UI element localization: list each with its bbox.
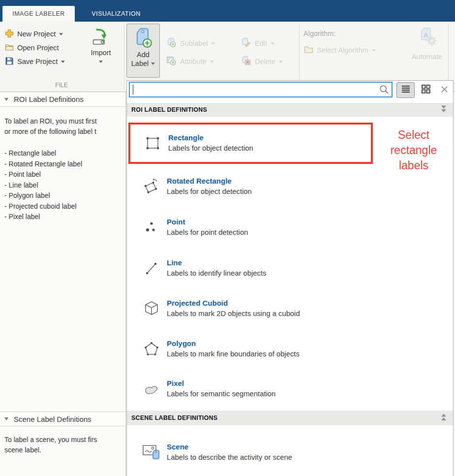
grid-view-button[interactable] <box>418 82 434 98</box>
edit-label: Edit <box>255 39 267 47</box>
gallery-item-line[interactable]: Line Labels to identify linear objects <box>127 248 373 288</box>
roi-type-list: - Rectangle label - Rotated Rectangle la… <box>4 148 125 222</box>
roi-intro-line1: To label an ROI, you must first <box>4 116 125 127</box>
gallery-item-projected-cuboid[interactable]: Projected Cuboid Labels to mark 2D objec… <box>127 288 373 329</box>
delete-label: Delete <box>255 58 275 65</box>
add-label-gallery: ROI LABEL DEFINITIONS Rectangle Labels f… <box>126 80 454 476</box>
gallery-item-rectangle[interactable]: Rectangle Labels for object detection <box>130 125 371 162</box>
roi-intro-text: To label an ROI, you must first or more … <box>4 116 125 137</box>
scene-section-header: SCENE LABEL DEFINITIONS <box>127 411 453 425</box>
gallery-item-title: Rotated Rectangle <box>167 176 252 186</box>
search-icon <box>379 85 389 96</box>
import-icon <box>91 28 110 48</box>
gallery-item-scene[interactable]: Scene Labels to describe the activity or… <box>127 432 373 473</box>
double-chevron-up-icon[interactable] <box>440 413 447 423</box>
import-button[interactable]: Import <box>83 27 119 82</box>
sublabel-tag-icon <box>166 37 177 49</box>
chevron-down-icon <box>99 61 103 63</box>
gallery-item-rotated-rectangle[interactable]: Rotated Rectangle Labels for object dete… <box>127 166 373 207</box>
add-label-label-line2: Label <box>131 60 149 67</box>
gallery-item-title: Pixel <box>167 379 275 388</box>
automate-icon: A <box>416 27 438 48</box>
edit-pencil-icon <box>241 37 251 49</box>
chevron-down-icon <box>59 33 63 35</box>
open-project-label: Open Project <box>17 44 59 52</box>
gallery-item-point[interactable]: Point Labels for point detection <box>127 207 373 248</box>
tab-image-labeler[interactable]: IMAGE LABELER <box>2 6 75 22</box>
chevron-down-icon <box>279 61 283 63</box>
text-caret <box>133 85 133 95</box>
new-project-button[interactable]: New Project <box>3 28 65 40</box>
add-label-label-line1: Add <box>137 50 150 60</box>
pixel-icon <box>139 381 164 396</box>
list-item: - Pixel label <box>4 212 125 222</box>
plus-icon <box>5 29 14 39</box>
annotation-text: Select rectangle labels <box>374 127 454 173</box>
scene-icon <box>139 444 164 461</box>
search-input[interactable] <box>129 82 393 97</box>
gallery-item-title: Point <box>167 217 248 227</box>
roi-section-title: ROI LABEL DEFINITIONS <box>131 106 207 113</box>
select-algorithm-button: Select Algorithm <box>302 44 378 56</box>
double-chevron-down-icon[interactable] <box>440 105 447 115</box>
chevron-down-icon <box>151 63 155 65</box>
left-panel: ROI Label Definitions To label an ROI, y… <box>0 92 126 476</box>
save-project-button[interactable]: Save Project <box>3 56 67 67</box>
list-item: - Rectangle label <box>4 148 125 159</box>
scene-definitions-header[interactable]: Scene Label Definitions <box>0 412 125 426</box>
add-label-button[interactable]: Add Label <box>126 24 160 78</box>
gallery-item-desc: Labels to describe the activity or scene <box>167 452 292 463</box>
save-project-label: Save Project <box>17 58 58 65</box>
delete-button: Delete <box>239 56 285 67</box>
gallery-item-desc: Labels to identify linear objects <box>167 268 266 279</box>
line-icon <box>139 260 164 276</box>
sublabel-label: Sublabel <box>180 39 208 47</box>
algorithm-caption: Algorithm: <box>303 30 335 37</box>
sublabel-button: Sublabel <box>164 37 217 49</box>
scene-intro-line1: To label a scene, you must firs <box>4 435 125 445</box>
roi-definitions-title: ROI Label Definitions <box>14 95 84 103</box>
collapse-triangle-icon <box>4 98 8 101</box>
scene-section-title: SCENE LABEL DEFINITIONS <box>131 414 217 421</box>
gallery-item-polygon[interactable]: Polygon Labels to mark fine boundaries o… <box>127 329 373 369</box>
automate-label: Automate <box>412 52 442 62</box>
edit-button: Edit <box>239 37 276 49</box>
gallery-item-title: Line <box>167 258 266 268</box>
highlight-box: Rectangle Labels for object detection <box>128 123 373 164</box>
scene-intro-text: To label a scene, you must firs scene la… <box>4 435 125 455</box>
attribute-label: Attribute <box>180 58 207 65</box>
import-label: Import <box>91 48 111 58</box>
open-project-button[interactable]: Open Project <box>3 42 61 54</box>
annotation-line1: Select rectangle <box>374 127 454 158</box>
automate-button: A <box>404 25 450 79</box>
roi-intro-line2: or more of the following label t <box>4 127 125 137</box>
list-item: - Projected cuboid label <box>4 201 125 212</box>
gallery-item-desc: Labels for object detection <box>167 186 252 197</box>
close-gallery-button[interactable] <box>438 84 451 96</box>
roi-definitions-header[interactable]: ROI Label Definitions <box>0 92 125 107</box>
gallery-item-desc: Labels to mark fine boundaries of object… <box>167 349 300 359</box>
list-item: - Rotated Rectangle label <box>4 159 125 170</box>
chevron-down-icon <box>61 61 65 63</box>
gallery-item-title: Rectangle <box>168 133 253 143</box>
chevron-down-icon <box>210 61 214 63</box>
search-field-wrap <box>129 82 393 97</box>
gallery-item-pixel[interactable]: Pixel Labels for semantic segmentation <box>127 369 373 409</box>
save-icon <box>5 57 14 67</box>
list-view-button[interactable] <box>396 82 415 98</box>
tab-visualization[interactable]: VISUALIZATION <box>75 6 157 22</box>
chevron-down-icon <box>271 42 274 45</box>
rectangle-icon <box>140 135 166 151</box>
attribute-table-icon <box>166 56 177 67</box>
folder-icon <box>5 43 14 53</box>
gallery-item-desc: Labels to mark 2D objects using a cuboid <box>167 308 300 319</box>
collapse-triangle-icon <box>4 417 8 420</box>
gallery-item-title: Projected Cuboid <box>167 298 300 308</box>
list-view-icon <box>401 85 410 95</box>
annotation-line2: labels <box>374 158 454 173</box>
app-titlebar: IMAGE LABELER VISUALIZATION <box>0 0 455 22</box>
folder-icon <box>304 45 313 56</box>
polygon-icon <box>139 341 164 357</box>
new-project-label: New Project <box>17 30 56 38</box>
grid-view-icon <box>422 85 430 95</box>
